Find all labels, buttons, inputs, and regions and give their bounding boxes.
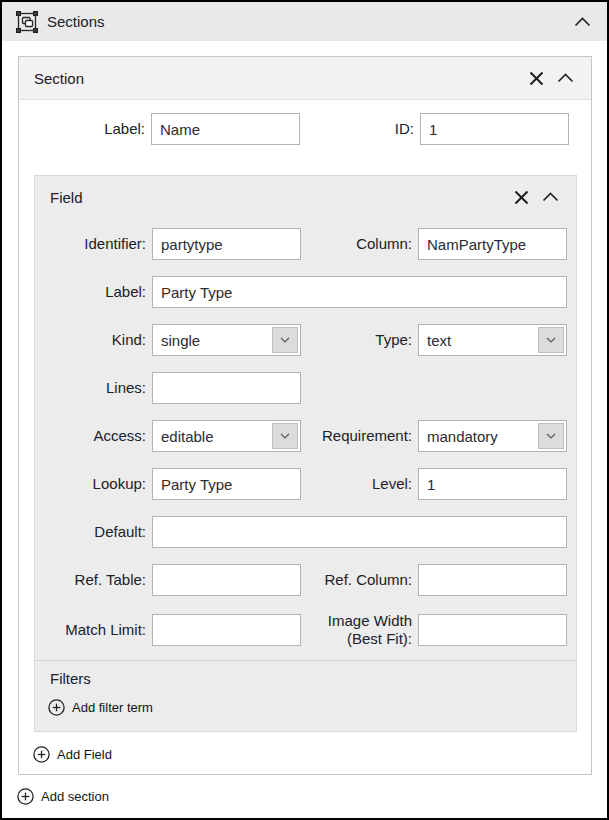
column-input[interactable] [418, 228, 567, 260]
section-id-label: ID: [306, 120, 414, 138]
field-title: Field [50, 189, 83, 206]
lines-label: Lines: [45, 379, 146, 397]
kind-select-value: single [161, 332, 200, 349]
ref-column-input[interactable] [418, 564, 567, 596]
access-label: Access: [45, 427, 146, 445]
chevron-down-icon [272, 327, 298, 353]
ref-column-label: Ref. Column: [307, 571, 412, 589]
field-close-button[interactable] [512, 188, 531, 207]
section-label-input[interactable] [151, 113, 300, 145]
section-body: Label: ID: Field [19, 100, 591, 763]
type-select-value: text [427, 332, 451, 349]
plus-circle-icon [33, 746, 50, 763]
add-filter-term-label: Add filter term [72, 700, 153, 715]
lines-input[interactable] [152, 372, 301, 404]
chevron-up-icon [542, 192, 559, 202]
filters-title: Filters [35, 670, 576, 687]
section-title: Section [34, 70, 84, 87]
section-collapse-button[interactable] [555, 71, 576, 85]
requirement-label: Requirement: [307, 427, 412, 445]
identifier-label: Identifier: [45, 235, 146, 253]
section-panel: Section Label: ID: Fiel [18, 56, 592, 775]
field-label-label: Label: [45, 283, 146, 301]
section-id-input[interactable] [420, 113, 569, 145]
access-select[interactable]: editable [152, 420, 301, 452]
sections-title: Sections [47, 13, 105, 30]
image-width-label: Image Width (Best Fit): [307, 612, 412, 648]
chevron-up-icon [557, 73, 574, 83]
ref-table-label: Ref. Table: [45, 571, 146, 589]
level-label: Level: [307, 475, 412, 493]
add-filter-term-button[interactable]: Add filter term [48, 699, 153, 716]
add-field-button[interactable]: Add Field [33, 746, 112, 763]
sections-icon [16, 11, 38, 33]
access-select-value: editable [161, 428, 214, 445]
requirement-select-value: mandatory [427, 428, 498, 445]
image-width-input[interactable] [418, 614, 567, 646]
lookup-label: Lookup: [45, 475, 146, 493]
level-input[interactable] [418, 468, 567, 500]
match-limit-label: Match Limit: [45, 621, 146, 639]
section-close-button[interactable] [527, 69, 546, 88]
plus-circle-icon [48, 699, 65, 716]
match-limit-input[interactable] [152, 614, 301, 646]
chevron-down-icon [538, 423, 564, 449]
plus-circle-icon [17, 788, 34, 805]
type-select[interactable]: text [418, 324, 567, 356]
field-label-input[interactable] [152, 276, 567, 308]
field-panel: Field Ide [34, 175, 577, 732]
kind-label: Kind: [45, 331, 146, 349]
default-input[interactable] [152, 516, 567, 548]
requirement-select[interactable]: mandatory [418, 420, 567, 452]
close-icon [514, 190, 529, 205]
lookup-input[interactable] [152, 468, 301, 500]
add-field-label: Add Field [57, 747, 112, 762]
identifier-input[interactable] [152, 228, 301, 260]
default-label: Default: [45, 523, 146, 541]
field-header: Field [35, 176, 576, 218]
section-header: Section [19, 57, 591, 100]
type-label: Type: [307, 331, 412, 349]
add-section-button[interactable]: Add section [17, 788, 109, 805]
column-label: Column: [307, 235, 412, 253]
add-section-label: Add section [41, 789, 109, 804]
filters-section: Filters Add filter term [35, 660, 576, 731]
field-collapse-button[interactable] [540, 190, 561, 204]
section-label-label: Label: [29, 120, 145, 138]
close-icon [529, 71, 544, 86]
ref-table-input[interactable] [152, 564, 301, 596]
kind-select[interactable]: single [152, 324, 301, 356]
chevron-up-icon [574, 17, 591, 27]
chevron-down-icon [272, 423, 298, 449]
chevron-down-icon [538, 327, 564, 353]
sections-collapse-button[interactable] [572, 15, 593, 29]
sections-header-bar: Sections [2, 2, 607, 41]
